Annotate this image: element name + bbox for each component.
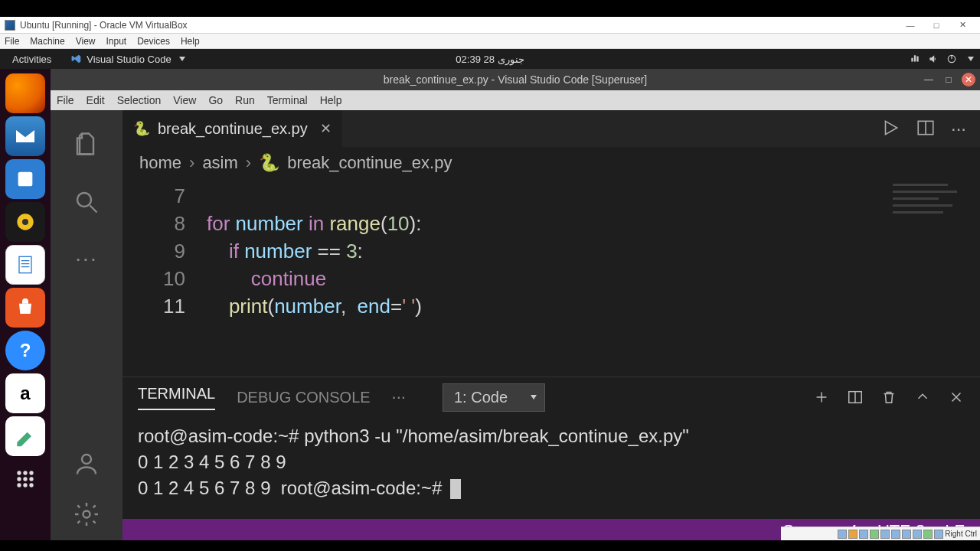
vbox-menu-devices[interactable]: Devices: [137, 36, 170, 47]
app-menu[interactable]: Visual Studio Code: [71, 54, 185, 65]
python-file-icon: 🐍: [133, 120, 150, 137]
menu-selection[interactable]: Selection: [117, 94, 162, 106]
window-close-button[interactable]: ✕: [962, 73, 975, 86]
power-icon: [946, 54, 957, 64]
dock-rhythmbox[interactable]: [5, 202, 45, 242]
menu-run[interactable]: Run: [235, 94, 255, 106]
svg-point-9: [23, 477, 27, 481]
vbox-indicator-icon[interactable]: [880, 530, 890, 539]
vbox-menu-machine[interactable]: Machine: [30, 36, 64, 47]
dock-firefox[interactable]: [5, 73, 45, 113]
menu-view[interactable]: View: [173, 94, 196, 106]
dock-files[interactable]: [5, 159, 45, 199]
panel-tab-terminal[interactable]: TERMINAL: [138, 385, 215, 410]
dock-thunderbird[interactable]: [5, 116, 45, 156]
vbox-menu-view[interactable]: View: [76, 36, 96, 47]
dock-texteditor[interactable]: [5, 416, 45, 456]
explorer-icon[interactable]: [73, 130, 100, 158]
run-button[interactable]: [880, 118, 900, 138]
vbox-menu-file[interactable]: File: [5, 36, 19, 47]
close-button[interactable]: ✕: [949, 17, 975, 34]
virtualbox-titlebar: Ubuntu [Running] - Oracle VM VirtualBox …: [0, 17, 980, 34]
dock-writer[interactable]: [5, 245, 45, 285]
window-maximize-button[interactable]: □: [942, 73, 956, 86]
tab-break-continue[interactable]: 🐍 break_continue_ex.py ✕: [122, 110, 342, 147]
accounts-icon[interactable]: [73, 450, 100, 478]
tab-close-icon[interactable]: ✕: [320, 120, 332, 137]
split-terminal-icon[interactable]: [847, 389, 864, 406]
vbox-indicator-icon[interactable]: [934, 530, 943, 539]
svg-point-12: [23, 483, 27, 487]
minimize-button[interactable]: —: [897, 17, 923, 34]
ubuntu-dock: ? a: [0, 69, 51, 543]
vscode-window: break_continue_ex.py - Visual Studio Cod…: [51, 69, 980, 543]
vscode-titlebar: break_continue_ex.py - Visual Studio Cod…: [51, 69, 980, 90]
vbox-indicator-icon[interactable]: [891, 530, 900, 539]
svg-point-3: [22, 219, 28, 225]
terminal-selector[interactable]: 1: Code: [443, 383, 545, 412]
menu-file[interactable]: File: [57, 94, 74, 106]
virtualbox-menubar: File Machine View Input Devices Help: [0, 34, 980, 49]
panel-more-icon[interactable]: ···: [392, 387, 406, 407]
minimap[interactable]: [888, 179, 980, 377]
svg-rect-1: [18, 172, 33, 187]
virtualbox-icon: [5, 20, 15, 31]
window-minimize-button[interactable]: —: [922, 73, 936, 86]
svg-point-8: [17, 477, 21, 481]
close-panel-icon[interactable]: [948, 389, 965, 406]
menu-go[interactable]: Go: [208, 94, 223, 106]
svg-point-13: [29, 483, 33, 487]
more-views-icon[interactable]: ···: [75, 246, 97, 271]
kill-terminal-icon[interactable]: [880, 389, 897, 406]
chevron-right-icon: ›: [189, 153, 194, 173]
network-icon: [910, 54, 920, 64]
virtualbox-title: Ubuntu [Running] - Oracle VM VirtualBox: [20, 20, 188, 31]
virtualbox-status-bar: Right Ctrl: [781, 527, 980, 540]
vbox-menu-help[interactable]: Help: [181, 36, 200, 47]
dock-amazon[interactable]: a: [5, 373, 45, 413]
menu-help[interactable]: Help: [320, 94, 342, 106]
vbox-indicator-icon[interactable]: [902, 530, 911, 539]
system-tray[interactable]: [910, 54, 974, 64]
activities-button[interactable]: Activities: [6, 54, 57, 65]
chevron-right-icon: ›: [246, 153, 251, 173]
activity-bar: ···: [51, 110, 122, 543]
vbox-indicator-icon[interactable]: [923, 530, 933, 539]
terminal-output[interactable]: root@asim-code:~# python3 -u "/home/asim…: [122, 417, 980, 519]
vbox-indicator-icon[interactable]: [913, 530, 922, 539]
svg-point-7: [29, 471, 33, 474]
vbox-indicator-icon[interactable]: [859, 530, 868, 539]
vscode-menubar: File Edit Selection View Go Run Terminal…: [51, 90, 980, 110]
svg-point-10: [29, 477, 33, 481]
dock-show-apps[interactable]: [5, 459, 45, 499]
settings-gear-icon[interactable]: [73, 500, 100, 528]
vbox-indicator-icon[interactable]: [848, 530, 858, 539]
terminal-cursor: [450, 479, 461, 499]
maximize-panel-icon[interactable]: [914, 389, 931, 406]
dock-help[interactable]: ?: [5, 331, 45, 370]
panel-tab-debug[interactable]: DEBUG CONSOLE: [237, 389, 370, 406]
svg-point-6: [23, 471, 27, 474]
dock-software[interactable]: [5, 288, 45, 328]
volume-icon: [928, 54, 939, 64]
breadcrumb[interactable]: home › asim › 🐍 break_continue_ex.py: [122, 147, 980, 179]
menu-edit[interactable]: Edit: [87, 94, 105, 106]
chevron-down-icon: [531, 395, 537, 399]
gnome-topbar: Activities Visual Studio Code جنوری 28 0…: [0, 49, 980, 69]
clock[interactable]: جنوری 28 02:39: [456, 54, 524, 65]
svg-point-14: [77, 193, 91, 207]
menu-terminal[interactable]: Terminal: [267, 94, 308, 106]
new-terminal-icon[interactable]: [813, 389, 830, 406]
code-editor[interactable]: 7891011 for number in range(10): if numb…: [122, 179, 980, 377]
svg-point-11: [17, 483, 21, 487]
host-key-label: Right Ctrl: [945, 530, 977, 538]
maximize-button[interactable]: □: [923, 17, 949, 34]
vbox-menu-input[interactable]: Input: [106, 36, 127, 47]
more-actions-icon[interactable]: ···: [951, 118, 966, 139]
split-editor-icon[interactable]: [916, 118, 936, 138]
search-icon[interactable]: [73, 188, 100, 216]
vbox-indicator-icon[interactable]: [870, 530, 879, 539]
vbox-indicator-icon[interactable]: [838, 530, 847, 539]
svg-point-15: [82, 455, 91, 464]
chevron-down-icon: [968, 57, 974, 61]
